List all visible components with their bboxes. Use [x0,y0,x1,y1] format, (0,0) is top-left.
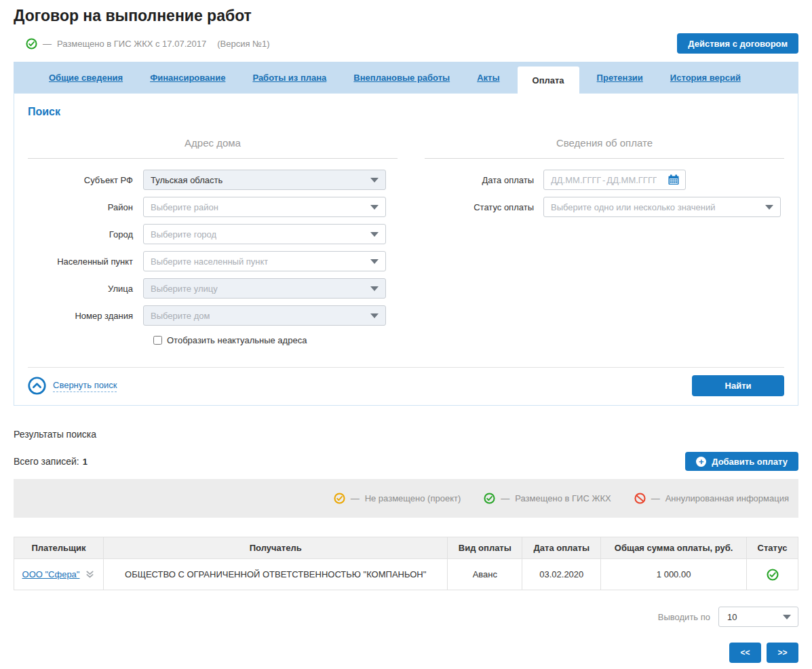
chevron-down-icon [370,259,379,264]
calendar-icon[interactable] [668,174,680,186]
city-placeholder: Выберите город [151,229,216,240]
col-header-recipient: Получатель [103,537,447,559]
city-select[interactable]: Выберите город [143,224,386,244]
house-placeholder: Выберите дом [151,311,210,321]
contract-actions-button[interactable]: Действия с договором [677,33,798,54]
add-payment-button[interactable]: + Добавить оплату [685,452,798,471]
house-select[interactable]: Выберите дом [143,305,386,326]
tab-plan-works[interactable]: Работы из плана [252,73,326,83]
region-value: Тульская область [151,175,223,185]
field-row-street: Улица Выберите улицу [28,278,398,299]
search-panel-title: Поиск [28,106,784,118]
chevron-up-circle-icon [28,377,46,395]
check-circle-green-icon [767,569,779,581]
date-range-separator: - [602,175,605,185]
contract-page: Договор на выполнение работ — Размещено … [0,0,812,669]
column-gap [398,137,425,348]
pager-row: << >> [14,643,798,663]
table-header-row: Плательщик Получатель Вид оплаты Дата оп… [14,537,798,559]
legend-dash: — [651,493,660,503]
col-header-payment-type: Вид оплаты [448,537,522,559]
legend-label-annulled: Аннулированная информация [665,493,789,503]
house-label: Номер здания [28,311,143,321]
inactual-addresses-checkbox[interactable] [153,336,162,345]
legend-dash: — [351,493,360,503]
tab-financing[interactable]: Финансирование [150,73,225,83]
field-row-district: Район Выберите район [28,197,398,217]
per-page-select[interactable]: 10 [718,607,798,627]
payment-date-range-field: - [543,170,686,190]
payment-status-label: Статус оплаты [425,202,543,212]
col-header-payer: Плательщик [14,537,104,559]
payer-cell: ООО "Сфера" [14,559,104,590]
field-row-house: Номер здания Выберите дом [28,305,398,326]
find-button[interactable]: Найти [692,375,784,396]
status-cell [747,559,798,590]
payer-link[interactable]: ООО "Сфера" [22,569,80,579]
tab-version-history[interactable]: История версий [670,73,741,83]
chevron-down-icon [370,232,379,237]
total-records-value: 1 [83,457,88,467]
status-legend: — Не размещено (проект) — Размещено в ГИ… [14,479,798,518]
payment-date-to-input[interactable] [606,175,657,185]
field-row-payment-status: Статус оплаты Выберите одно или нескольк… [425,197,784,217]
double-chevron-down-icon[interactable] [85,569,95,579]
street-label: Улица [28,284,143,294]
settlement-select[interactable]: Выберите населенный пункт [143,251,386,271]
status-text: Размещено в ГИС ЖКХ с 17.07.2017 [57,39,206,49]
tab-bar: Общие сведения Финансирование Работы из … [14,62,798,93]
street-select[interactable]: Выберите улицу [143,278,386,299]
version-label: (Версия №1) [217,39,269,49]
status-dash: — [43,39,52,49]
total-records-label: Всего записей: [14,456,79,467]
results-header-row: Всего записей: 1 + Добавить оплату [14,452,798,471]
per-page-label: Выводить по [658,612,710,622]
add-payment-label: Добавить оплату [712,457,788,467]
field-row-settlement: Населенный пункт Выберите населенный пун… [28,251,398,271]
payment-status-select[interactable]: Выберите одно или несколько значений [543,197,781,217]
field-row-city: Город Выберите город [28,224,398,244]
tab-general[interactable]: Общие сведения [49,73,123,83]
recipient-cell: ОБЩЕСТВО С ОГРАНИЧЕННОЙ ОТВЕТСТВЕННОСТЬЮ… [103,559,447,590]
col-header-amount: Общая сумма оплаты, руб. [601,537,747,559]
contract-status-line: — Размещено в ГИС ЖКХ с 17.07.2017 (Верс… [26,38,270,50]
tab-acts[interactable]: Акты [477,73,499,83]
region-select[interactable]: Тульская область [143,170,386,190]
address-section: Адрес дома Субъект РФ Тульская область Р… [28,137,398,348]
legend-item-placed: — Размещено в ГИС ЖКХ [484,493,611,504]
col-header-payment-date: Дата оплаты [522,537,601,559]
tab-claims[interactable]: Претензии [597,73,643,83]
chevron-down-icon [370,313,379,318]
tab-unplanned-works[interactable]: Внеплановые работы [353,73,450,83]
chevron-down-icon [370,205,379,210]
payment-date-label: Дата оплаты [425,175,543,185]
payment-date-from-input[interactable] [551,175,601,185]
chevron-down-icon [783,615,791,619]
district-select[interactable]: Выберите район [143,197,386,217]
payment-date-cell: 03.02.2020 [522,559,601,590]
collapse-search-label: Свернуть поиск [53,380,117,392]
prev-page-button[interactable]: << [729,643,761,663]
next-page-button[interactable]: >> [767,643,798,663]
amount-cell: 1 000.00 [601,559,747,590]
table-row: ООО "Сфера" ОБЩЕСТВО С ОГРАНИЧЕННОЙ ОТВЕ… [14,559,798,590]
search-panel: Поиск Адрес дома Субъект РФ Тульская обл… [14,93,798,406]
results-title: Результаты поиска [14,429,798,440]
payment-status-placeholder: Выберите одно или несколько значений [551,202,715,212]
chevron-down-icon [765,205,773,210]
field-row-region: Субъект РФ Тульская область [28,170,398,190]
legend-item-draft: — Не размещено (проект) [334,493,461,504]
cancel-circle-red-icon [634,493,646,504]
check-circle-yellow-icon [334,493,345,504]
collapse-search-link[interactable]: Свернуть поиск [28,377,117,395]
plus-icon: + [696,457,706,467]
legend-item-annulled: — Аннулированная информация [634,493,789,504]
address-section-title: Адрес дома [28,137,398,159]
region-label: Субъект РФ [28,175,143,185]
tab-payment[interactable]: Оплата [518,66,579,94]
search-panel-footer: Свернуть поиск Найти [28,368,784,405]
per-page-row: Выводить по 10 [14,607,798,627]
header-row: — Размещено в ГИС ЖКХ с 17.07.2017 (Верс… [14,33,798,54]
chevron-down-icon [370,178,379,183]
inactual-addresses-label[interactable]: Отобразить неактуальные адреса [167,335,307,345]
